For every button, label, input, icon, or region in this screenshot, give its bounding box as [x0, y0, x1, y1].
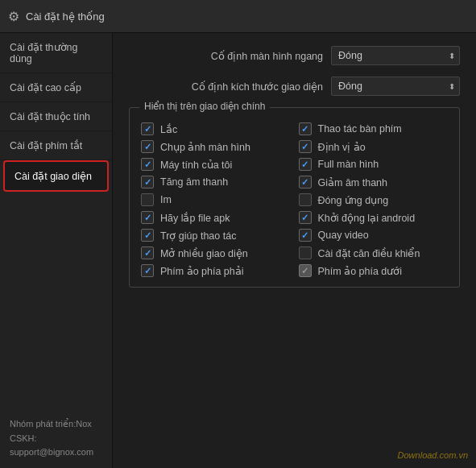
footer-line2: CSKH:	[10, 432, 102, 446]
content-area: Cố định màn hình ngang Đóng Mở ⬍ Cố định…	[113, 33, 476, 468]
checkbox-virtual-kb-right[interactable]: Phím ảo phía phải	[141, 264, 291, 277]
fix-size-select-wrapper: Đóng Mở ⬍	[331, 77, 460, 96]
checkbox-multi-interface-label: Mở nhiều giao diện	[160, 247, 248, 259]
checkbox-volume-up-box	[141, 176, 154, 188]
sidebar-item-properties[interactable]: Cài đặt thuộc tính	[0, 102, 112, 131]
sidebar-item-interface[interactable]: Cài đặt giao diện	[3, 160, 109, 192]
checkbox-grid: Lắc Thao tác bàn phím Chụp ảnh màn hình …	[141, 122, 448, 277]
checkbox-virtual-loc-box	[299, 140, 312, 153]
checkbox-keyboard-op-label: Thao tác bàn phím	[318, 123, 402, 135]
footer-line1: Nhóm phát triển:Nox	[10, 417, 102, 432]
fix-horizontal-row: Cố định màn hình ngang Đóng Mở ⬍	[129, 46, 460, 65]
sidebar-item-advanced[interactable]: Cài đặt cao cấp	[0, 73, 112, 102]
checkbox-screenshot-label: Chụp ảnh màn hình	[160, 141, 250, 153]
checkbox-volume-down-box	[299, 176, 312, 188]
checkbox-install-apk[interactable]: Hãy lắp file apk	[141, 211, 291, 224]
group-box-title: Hiển thị trên giao diện chính	[139, 101, 270, 112]
checkbox-remote-control[interactable]: Cài đặt căn điều khiển	[299, 246, 449, 259]
fix-horizontal-select-wrapper: Đóng Mở ⬍	[331, 46, 460, 65]
checkbox-fullscreen-label: Full màn hình	[318, 159, 379, 170]
checkbox-my-computer-box	[141, 158, 154, 171]
fix-size-label: Cố định kích thước giao diện	[129, 81, 323, 93]
checkbox-virtual-kb-below-label: Phím ảo phía dưới	[318, 265, 403, 277]
sidebar-item-common[interactable]: Cài đặt thường dùng	[0, 33, 112, 73]
checkbox-volume-down[interactable]: Giảm âm thanh	[299, 176, 449, 188]
checkbox-shake-label: Lắc	[160, 123, 177, 135]
title-text: Cài đặt hệ thống	[26, 10, 105, 23]
checkbox-silent[interactable]: Im	[141, 193, 291, 206]
checkbox-virtual-loc[interactable]: Định vị ảo	[299, 140, 449, 153]
checkbox-virtual-loc-label: Định vị ảo	[318, 141, 366, 153]
checkbox-screenshot[interactable]: Chụp ảnh màn hình	[141, 140, 291, 153]
checkbox-install-apk-label: Hãy lắp file apk	[160, 212, 230, 224]
fix-size-row: Cố định kích thước giao diện Đóng Mở ⬍	[129, 77, 460, 96]
checkbox-silent-box	[141, 193, 154, 206]
sidebar: Cài đặt thường dùng Cài đặt cao cấp Cài …	[0, 33, 113, 468]
fix-horizontal-select[interactable]: Đóng Mở	[331, 46, 460, 65]
sidebar-footer: Nhóm phát triển:Nox CSKH: support@bignox…	[0, 409, 112, 468]
checkbox-assist-op-box	[141, 229, 154, 242]
checkbox-assist-op[interactable]: Trợ giúp thao tác	[141, 229, 291, 242]
fix-horizontal-label: Cố định màn hình ngang	[129, 50, 323, 62]
checkbox-assist-op-label: Trợ giúp thao tác	[160, 230, 236, 242]
display-group-box: Hiển thị trên giao diện chính Lắc Thao t…	[129, 107, 460, 288]
checkbox-multi-interface-box	[141, 246, 154, 259]
checkbox-restart-android[interactable]: Khởi động lại android	[299, 211, 449, 224]
checkbox-shake[interactable]: Lắc	[141, 122, 291, 135]
checkbox-fullscreen[interactable]: Full màn hình	[299, 158, 449, 171]
checkbox-record-video-box	[299, 229, 312, 242]
checkbox-remote-control-label: Cài đặt căn điều khiển	[318, 247, 420, 259]
checkbox-volume-up-label: Tăng âm thanh	[160, 176, 228, 188]
checkbox-virtual-kb-below[interactable]: Phím ảo phía dưới	[299, 264, 449, 277]
title-bar: ⚙ Cài đặt hệ thống	[0, 0, 476, 33]
checkbox-close-app[interactable]: Đóng ứng dụng	[299, 193, 449, 206]
checkbox-record-video[interactable]: Quay video	[299, 229, 449, 242]
checkbox-virtual-kb-right-box	[141, 264, 154, 277]
checkbox-my-computer[interactable]: Máy tính của tôi	[141, 158, 291, 171]
checkbox-keyboard-op-box	[299, 122, 312, 135]
fix-size-select[interactable]: Đóng Mở	[331, 77, 460, 96]
checkbox-volume-down-label: Giảm âm thanh	[318, 176, 388, 188]
checkbox-multi-interface[interactable]: Mở nhiều giao diện	[141, 246, 291, 259]
settings-icon: ⚙	[8, 9, 19, 24]
checkbox-volume-up[interactable]: Tăng âm thanh	[141, 176, 291, 188]
checkbox-close-app-box	[299, 193, 312, 206]
checkbox-remote-control-box	[299, 246, 312, 259]
checkbox-fullscreen-box	[299, 158, 312, 171]
checkbox-restart-android-box	[299, 211, 312, 224]
main-layout: Cài đặt thường dùng Cài đặt cao cấp Cài …	[0, 33, 476, 468]
checkbox-silent-label: Im	[160, 194, 172, 205]
checkbox-install-apk-box	[141, 211, 154, 224]
checkbox-restart-android-label: Khởi động lại android	[318, 212, 416, 224]
footer-line3: support@bignox.com	[10, 445, 102, 460]
checkbox-virtual-kb-below-box	[299, 264, 312, 277]
checkbox-close-app-label: Đóng ứng dụng	[318, 194, 389, 206]
checkbox-my-computer-label: Máy tính của tôi	[160, 159, 232, 171]
checkbox-shake-box	[141, 122, 154, 135]
checkbox-screenshot-box	[141, 140, 154, 153]
checkbox-record-video-label: Quay video	[318, 230, 369, 241]
checkbox-virtual-kb-right-label: Phím ảo phía phải	[160, 265, 244, 277]
checkbox-keyboard-op[interactable]: Thao tác bàn phím	[299, 122, 449, 135]
sidebar-item-shortcuts[interactable]: Cài đặt phím tắt	[0, 131, 112, 160]
